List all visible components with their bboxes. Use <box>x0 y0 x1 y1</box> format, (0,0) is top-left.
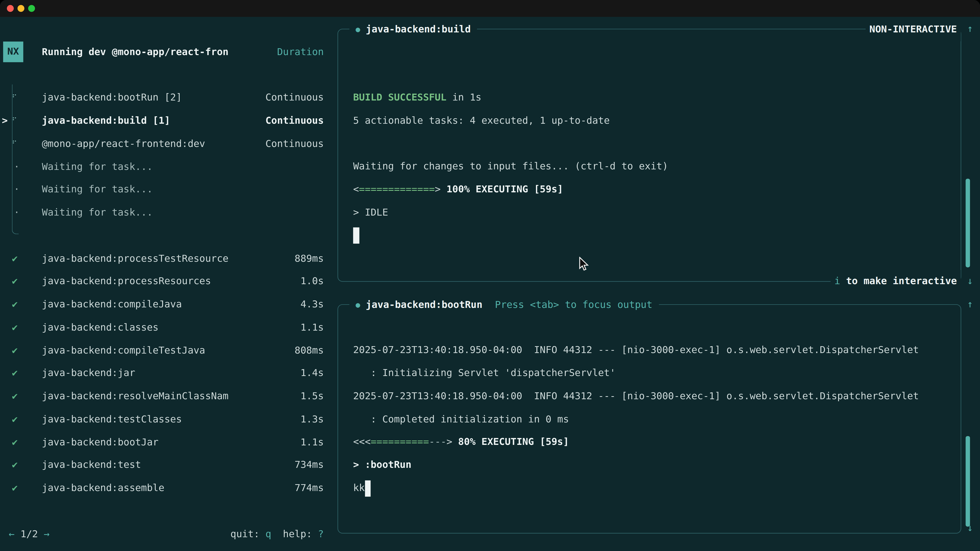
bar-status: 80% EXECUTING [59s] <box>452 437 569 448</box>
bootrun-pane-scrollbar-thumb[interactable] <box>966 436 970 527</box>
task-duration: 889ms <box>294 253 324 264</box>
scroll-up-icon[interactable]: ↑ <box>963 17 977 40</box>
hint-gap <box>271 528 283 540</box>
task-duration: 1.1s <box>301 437 324 448</box>
pager: ← 1/2 → <box>9 528 49 540</box>
spacer-row <box>0 499 337 522</box>
focus-output-hint: Press <tab> to focus output <box>495 299 652 310</box>
bullet-icon: · <box>14 207 20 218</box>
checkmark-icon: ✔ <box>12 483 18 494</box>
close-window-button[interactable] <box>7 5 14 12</box>
spacer-row <box>0 17 337 40</box>
task-name: @mono-app/react-frontend:dev <box>42 138 205 149</box>
gradle-task-prompt-line: > :bootRun <box>353 454 412 476</box>
page-indicator <box>14 528 21 540</box>
mouse-cursor <box>579 257 590 272</box>
checkmark-icon: ✔ <box>12 368 18 379</box>
build-time-text: in 1s <box>446 92 481 103</box>
spinner-icon: ⠋ <box>9 94 20 102</box>
gradle-build-result-line: BUILD SUCCESSFUL in 1s <box>353 86 482 109</box>
task-name: java-backend:resolveMainClassNam <box>42 391 228 402</box>
keyboard-hints: quit: q help: ? <box>231 528 324 540</box>
build-pane-title-text: java-backend:build <box>366 24 471 35</box>
task-name: java-backend:build [1] <box>42 115 170 126</box>
task-name: java-backend:jar <box>42 368 135 379</box>
completed-task-row[interactable]: ✔ java-backend:compileJava 4.3s <box>0 293 337 316</box>
spacer <box>38 528 44 540</box>
help-hint-label: help: <box>283 528 318 540</box>
completed-task-row[interactable]: ✔ java-backend:assemble 774ms <box>0 476 337 499</box>
bootrun-pane-title: ● java-backend:bootRun Press <tab> to fo… <box>349 293 659 317</box>
minimize-window-button[interactable] <box>18 5 24 12</box>
build-pane-title: ● java-backend:build <box>349 18 477 41</box>
next-page-arrow-icon[interactable]: → <box>44 528 50 540</box>
task-name: java-backend:assemble <box>42 483 164 494</box>
noninteractive-badge: NON-INTERACTIVE <box>865 18 961 41</box>
help-key: ? <box>318 528 324 540</box>
task-list-sidebar: NX Running dev @mono-app/react-fron Dura… <box>0 17 337 545</box>
zoom-window-button[interactable] <box>28 5 35 12</box>
task-duration: 734ms <box>294 459 324 471</box>
checkmark-icon: ✔ <box>12 437 18 448</box>
spring-log-line: 2025-07-23T13:40:18.950-04:00 INFO 44312… <box>353 385 919 408</box>
gradle-progress-bar-line: <<<==========---> 80% EXECUTING [59s] <box>353 430 569 454</box>
checkmark-icon: ✔ <box>12 276 18 287</box>
task-status: Continuous <box>266 92 324 103</box>
waiting-label: Waiting for task... <box>42 207 153 218</box>
completed-task-row[interactable]: ✔ java-backend:processResources 1.0s <box>0 270 337 293</box>
checkmark-icon: ✔ <box>12 391 18 402</box>
task-row-build-selected[interactable]: > ⠋ java-backend:build [1] Continuous <box>0 109 337 132</box>
task-running-dot-icon: ● <box>355 300 360 309</box>
completed-task-row[interactable]: ✔ java-backend:test 734ms <box>0 454 337 476</box>
spring-log-line: : Completed initialization in 0 ms <box>353 408 569 430</box>
waiting-task-row: · Waiting for task... <box>0 201 337 224</box>
task-duration: 808ms <box>294 345 324 356</box>
task-duration: 1.1s <box>301 322 324 333</box>
terminal-cursor <box>365 480 371 496</box>
checkmark-icon: ✔ <box>12 299 18 310</box>
task-row-frontend-dev[interactable]: ⠋ @mono-app/react-frontend:dev Continuou… <box>0 132 337 155</box>
spacer-row <box>0 63 337 86</box>
build-pane-scrollbar-thumb[interactable] <box>966 179 970 267</box>
completed-task-row[interactable]: ✔ java-backend:testClasses 1.3s <box>0 408 337 430</box>
waiting-task-row: · Waiting for task... <box>0 178 337 201</box>
scroll-down-icon[interactable]: ↓ <box>963 516 977 540</box>
terminal-input-line[interactable]: kk <box>353 476 365 499</box>
completed-task-row[interactable]: ✔ java-backend:processTestResource 889ms <box>0 247 337 270</box>
gradle-progress-bar-line: <=============> 100% EXECUTING [59s] <box>353 178 563 201</box>
task-duration: 1.4s <box>301 368 324 379</box>
bullet-icon: · <box>14 184 20 195</box>
terminal-cursor <box>353 227 359 244</box>
scroll-down-icon[interactable]: ↓ <box>963 270 977 293</box>
task-row-bootrun[interactable]: ⠋ java-backend:bootRun [2] Continuous <box>0 86 337 109</box>
selection-caret-icon: > <box>2 115 8 126</box>
task-name: java-backend:classes <box>42 322 159 333</box>
completed-task-row[interactable]: ✔ java-backend:bootJar 1.1s <box>0 430 337 454</box>
task-name: java-backend:bootRun [2] <box>42 92 182 103</box>
task-running-dot-icon: ● <box>355 25 360 34</box>
duration-column-header: Duration <box>277 46 324 57</box>
quit-hint-label: quit: <box>231 528 266 540</box>
spinner-icon: ⠋ <box>9 140 20 148</box>
bar-prefix: <<< <box>353 437 371 448</box>
scroll-up-icon[interactable]: ↑ <box>963 293 977 316</box>
bar-close: > <box>446 437 452 448</box>
prev-page-arrow-icon[interactable]: ← <box>9 528 14 540</box>
checkmark-icon: ✔ <box>12 322 18 333</box>
completed-task-row[interactable]: ✔ java-backend:resolveMainClassNam 1.5s <box>0 385 337 408</box>
completed-task-row[interactable]: ✔ java-backend:classes 1.1s <box>0 316 337 339</box>
build-successful-text: BUILD SUCCESSFUL <box>353 92 447 103</box>
completed-task-row[interactable]: ✔ java-backend:jar 1.4s <box>0 362 337 385</box>
bar-status: 100% EXECUTING [59s] <box>441 184 563 195</box>
bullet-icon: · <box>14 161 20 172</box>
task-name: java-backend:processTestResource <box>42 253 228 264</box>
waiting-label: Waiting for task... <box>42 161 153 172</box>
gradle-waiting-line: Waiting for changes to input files... (c… <box>353 155 668 178</box>
bar-fill: ========== <box>371 437 429 448</box>
checkmark-icon: ✔ <box>12 253 18 264</box>
completed-task-row[interactable]: ✔ java-backend:compileTestJava 808ms <box>0 339 337 362</box>
nx-logo: NX <box>3 41 23 62</box>
task-duration: 4.3s <box>301 299 324 310</box>
sidebar-footer: ← 1/2 → quit: q help: ? <box>0 522 337 545</box>
task-name: java-backend:compileTestJava <box>42 345 205 356</box>
